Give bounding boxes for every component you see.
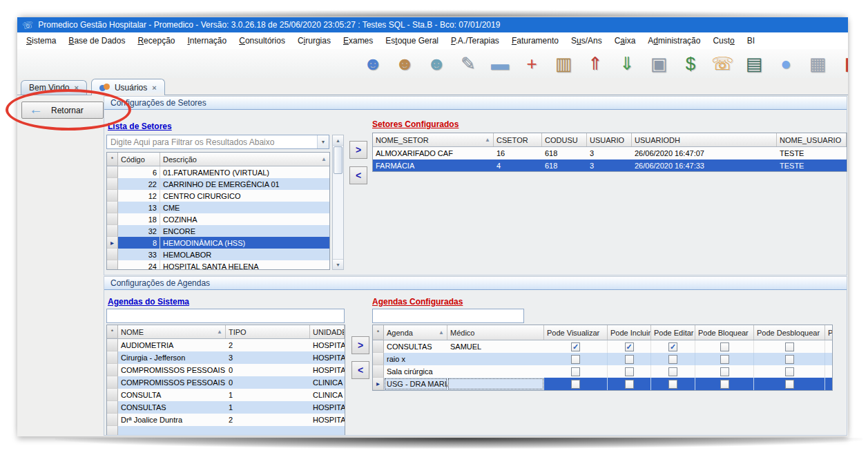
menu-item-administra-o[interactable]: Administração <box>642 34 706 48</box>
agendas-sistema-filter-input[interactable] <box>106 309 345 323</box>
checkbox-pode-incluir[interactable] <box>625 367 634 376</box>
table-row[interactable]: ALMOXARIFADO CAF16618326/06/2020 16:47:0… <box>373 147 847 160</box>
table-row[interactable]: CONSULTAS1HOSPITAL <box>107 401 345 414</box>
checkbox-pode-incluir[interactable]: ✓ <box>625 342 634 351</box>
checkbox-pode-incluir[interactable] <box>625 355 634 364</box>
setores-add-button[interactable]: > <box>349 141 367 159</box>
table-row[interactable]: 22CARRINHO DE EMERGÊNCIA 01 <box>107 178 329 190</box>
menu-item-estoque-geral[interactable]: Estoque Geral <box>379 34 445 48</box>
menu-item-consult-rios[interactable]: Consultórios <box>233 34 291 48</box>
agendas-remove-button[interactable]: < <box>351 361 369 379</box>
table-row[interactable]: AUDIOMETRIA2HOSPITAL <box>107 339 345 351</box>
menu-item-bi[interactable]: BI <box>741 34 761 48</box>
checkbox-pode-visualizar[interactable] <box>571 367 580 376</box>
column-header-nome-usuario[interactable]: NOME_USUARIO <box>777 133 847 146</box>
menu-item-cirurgias[interactable]: Cirurgias <box>291 34 337 48</box>
invoice-icon[interactable]: ▦ <box>807 52 829 75</box>
scroll-up-icon[interactable]: ▲ <box>333 135 343 146</box>
table-row[interactable]: COMPROMISSOS PESSOAIS0CLINICA S <box>107 376 345 389</box>
column-header-descricao[interactable]: Descrição ▲ <box>160 153 329 166</box>
menu-item-sistema[interactable]: Sistema <box>20 34 62 48</box>
hospital-bed-icon[interactable]: ▬ <box>489 52 511 75</box>
checkbox-pode-bloquear[interactable] <box>720 342 729 351</box>
chat-icon[interactable]: ● <box>775 52 797 75</box>
column-header-nome-setor[interactable]: NOME_SETOR▲ <box>373 133 494 146</box>
column-header-nome[interactable]: NOME▲ <box>118 325 226 338</box>
column-header-m-dico[interactable]: Médico <box>447 325 544 340</box>
table-row[interactable]: raio x <box>373 353 832 365</box>
menu-item-base-de-dados[interactable]: Base de Dados <box>62 34 131 48</box>
close-icon[interactable]: × <box>152 84 156 92</box>
table-row[interactable]: COMPROMISSOS PESSOAIS0HOSPITAL <box>107 364 345 376</box>
agendas-configuradas-link[interactable]: Agendas Configuradas <box>372 297 463 307</box>
book-icon[interactable]: ▤ <box>743 52 765 75</box>
menu-item-exames[interactable]: Exames <box>337 34 379 48</box>
safe-icon[interactable]: ▣ <box>648 52 670 75</box>
checkbox-pode-visualizar[interactable] <box>571 355 580 364</box>
checkbox-pode-editar[interactable]: ✓ <box>668 342 677 351</box>
checkbox-pode-desbloquear[interactable] <box>785 342 794 351</box>
column-header-csetor[interactable]: CSETOR <box>494 133 542 146</box>
retornar-button[interactable]: ← Retornar <box>21 102 104 119</box>
column-header-tipo[interactable]: TIPO <box>226 325 310 338</box>
column-header-pode-bloquear[interactable]: Pode Bloquear <box>695 325 754 340</box>
table-row[interactable]: 32ENCORE <box>107 225 329 237</box>
menu-item-p-a-terapias[interactable]: P.A./Terapias <box>445 34 505 48</box>
scroll-down-icon[interactable]: ▼ <box>333 259 343 269</box>
menu-item-recep-o[interactable]: Recepção <box>131 34 181 48</box>
checkbox-pode-desbloquear[interactable] <box>785 367 794 376</box>
agendas-add-button[interactable]: > <box>351 336 369 354</box>
lista-scrollbar[interactable]: ▲ ▼ <box>332 135 344 270</box>
column-header-unidade[interactable]: UNIDADE <box>310 325 345 338</box>
checkbox-pode-bloquear[interactable] <box>720 367 729 376</box>
menu-item-faturamento[interactable]: Faturamento <box>505 34 565 48</box>
table-row[interactable]: CONSULTASSAMUEL✓✓✓ <box>373 340 832 353</box>
prescription-icon[interactable]: ✎ <box>457 52 479 75</box>
checkbox-pode-visualizar[interactable]: ✓ <box>571 342 580 351</box>
column-header-pode-visualizar[interactable]: Pode Visualizar <box>544 325 608 340</box>
checkbox-pode-incluir[interactable] <box>625 380 634 389</box>
tab-bem-vindo[interactable]: Bem Vindo× <box>21 80 87 95</box>
table-row[interactable] <box>107 426 345 436</box>
setores-configurados-link[interactable]: Setores Configurados <box>372 119 459 129</box>
table-row[interactable]: 24HOSPITAL SANTA HELENA <box>107 260 329 270</box>
dropdown-arrow-icon[interactable]: ▼ <box>317 135 329 148</box>
column-header-pode[interactable]: Pode <box>825 325 832 340</box>
user-sync-icon[interactable]: ☻ <box>362 52 384 75</box>
table-row[interactable]: 33HEMOLABOR <box>107 249 329 260</box>
table-row[interactable]: Drª Joalice Duntra2HOSPITAL <box>107 414 345 426</box>
agendas-configuradas-filter-input[interactable] <box>372 309 524 323</box>
doctor-icon[interactable]: ☻ <box>425 52 447 75</box>
agendas-sistema-link[interactable]: Agendas do Sistema <box>108 297 189 307</box>
checkbox-pode-bloquear[interactable] <box>720 380 729 389</box>
menu-item-sus-ans[interactable]: Sus/Ans <box>565 34 608 48</box>
checkbox-pode-desbloquear[interactable] <box>785 380 794 389</box>
checkbox-pode-editar[interactable] <box>668 367 677 376</box>
checkbox-pode-desbloquear[interactable] <box>785 355 794 364</box>
table-row[interactable]: ▸8HEMODINÂMICA (HSS) <box>107 237 329 249</box>
finance-chart-icon[interactable]: $ <box>679 52 702 75</box>
table-row[interactable]: Sala cirúrgica <box>373 365 832 378</box>
money-down-icon[interactable]: ⇓ <box>616 52 638 75</box>
money-up-icon[interactable]: ⇑ <box>584 52 606 75</box>
menu-item-interna-o[interactable]: Internação <box>181 34 233 48</box>
phone-book-icon[interactable]: ☏ <box>711 52 733 75</box>
menu-item-caixa[interactable]: Caixa <box>608 34 642 48</box>
ambulance-icon[interactable]: + <box>521 52 543 75</box>
table-row[interactable]: ▸USG - DRA MARIA A <box>373 378 832 390</box>
tab-usu-rios[interactable]: Usuários× <box>91 79 165 95</box>
checkbox-pode-bloquear[interactable] <box>720 355 729 364</box>
scroll-thumb[interactable] <box>334 146 343 174</box>
table-row[interactable]: 12CENTRO CIRURGICO <box>107 190 329 202</box>
patients-folder-icon[interactable]: ☻ <box>394 52 416 75</box>
setores-remove-button[interactable]: < <box>349 166 367 184</box>
column-header-codusu[interactable]: CODUSU <box>542 133 587 146</box>
table-row[interactable]: 13CME <box>107 202 329 213</box>
stock-box-icon[interactable]: ▥ <box>552 52 575 75</box>
checkbox-pode-editar[interactable] <box>668 380 677 389</box>
table-row[interactable]: CONSULTA1CLINICA S <box>107 389 345 401</box>
column-header-pode-incluir[interactable]: Pode Incluir <box>608 325 651 340</box>
column-header-pode-desbloquear[interactable]: Pode Desbloquear <box>754 325 825 340</box>
column-header-agenda[interactable]: Agenda▲ <box>384 325 447 340</box>
cut-red-icon[interactable]: ▮ <box>838 52 848 75</box>
